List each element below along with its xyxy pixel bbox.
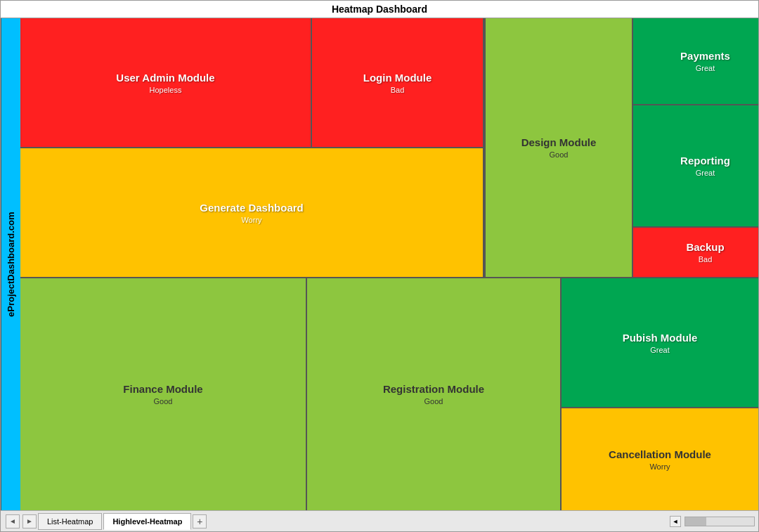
scrollbar-track [685,517,755,526]
scrollbar-thumb[interactable] [685,517,706,526]
dashboard-container: Heatmap Dashboard eProjectDashboard.com … [0,0,759,532]
cell-registration[interactable]: Registration Module Good [307,278,562,510]
row-top: User Admin Module Hopeless Login Module … [20,18,758,278]
next-tab-btn[interactable]: ► [22,514,37,528]
prev-tab-btn[interactable]: ◄ [6,514,20,528]
sidebar-label: eProjectDashboard.com [1,18,20,510]
cell-reporting[interactable]: Reporting Great [633,105,758,228]
main-area: eProjectDashboard.com User Admin Module … [1,18,758,510]
cell-generate[interactable]: Generate Dashboard Worry [20,148,483,277]
scroll-left-btn[interactable]: ◄ [670,516,681,527]
cell-cancellation[interactable]: Cancellation Module Worry [562,408,758,510]
cell-backup[interactable]: Backup Bad [633,228,758,277]
col-right-bottom: Pubish Module Great Cancellation Module … [562,278,758,510]
heatmap-area: User Admin Module Hopeless Login Module … [20,18,758,510]
col-right-top: Payments Great Reporting Great Backup Ba… [632,18,758,277]
cell-payments[interactable]: Payments Great [633,18,758,105]
col-left: User Admin Module Hopeless Login Module … [20,18,484,277]
cell-publish[interactable]: Pubish Module Great [562,278,758,408]
bottom-right-controls: ◄ [670,516,755,527]
row-top-pair: User Admin Module Hopeless Login Module … [20,18,483,148]
dashboard-title: Heatmap Dashboard [1,1,758,18]
tab-highlevel-heatmap[interactable]: Highlevel-Heatmap [103,513,191,530]
cell-login[interactable]: Login Module Bad [312,18,483,147]
row-bottom: Finance Module Good Registration Module … [20,278,758,510]
add-tab-btn[interactable]: + [193,514,207,528]
cell-design[interactable]: Design Module Good [484,18,632,277]
cell-finance[interactable]: Finance Module Good [20,278,307,510]
cell-user-admin[interactable]: User Admin Module Hopeless [20,18,312,147]
tab-list-heatmap[interactable]: List-Heatmap [38,513,102,530]
bottom-bar: ◄ ► List-Heatmap Highlevel-Heatmap + ◄ [1,510,758,531]
